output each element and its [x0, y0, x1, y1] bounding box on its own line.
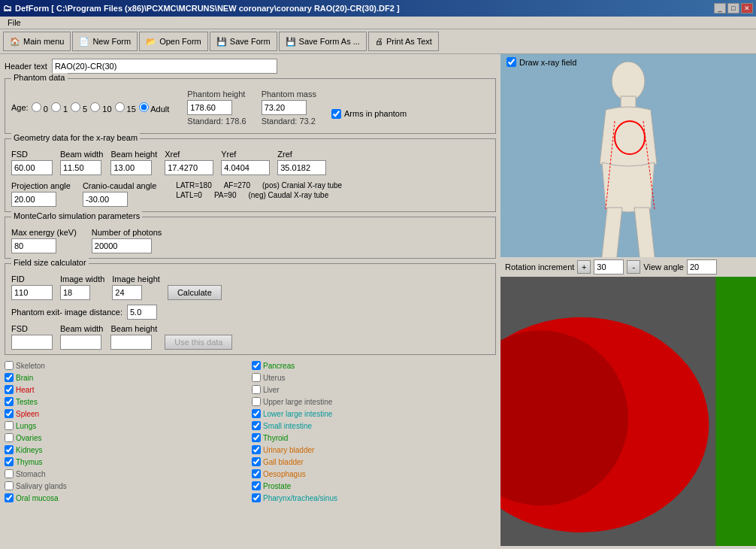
minimize-button[interactable]: _	[714, 3, 726, 14]
organ-checkbox[interactable]	[5, 433, 14, 442]
main-menu-button[interactable]: 🏠 Main menu	[3, 32, 71, 51]
organ-checkbox[interactable]	[252, 361, 261, 370]
fid-input[interactable]	[11, 285, 53, 300]
organ-row: Salivary glands	[5, 480, 249, 492]
age-10-radio[interactable]	[90, 102, 100, 112]
phantom-height-input[interactable]	[187, 100, 232, 115]
organ-checkbox[interactable]	[5, 397, 14, 406]
open-form-button[interactable]: 📂 Open Form	[139, 32, 208, 51]
geometry-title: Geometry data for the x-ray beam	[11, 133, 140, 142]
projection-angle-input[interactable]	[11, 192, 56, 207]
age-5-radio[interactable]	[71, 102, 80, 112]
rotation-increment-plus[interactable]: -	[627, 260, 640, 274]
zref-input[interactable]	[277, 160, 326, 175]
organ-checkbox[interactable]	[5, 373, 14, 382]
arms-in-phantom-checkbox[interactable]	[331, 109, 341, 119]
fsc-beam-height-input[interactable]	[110, 335, 152, 350]
view-angle-input[interactable]	[687, 259, 717, 274]
organ-checkbox[interactable]	[5, 481, 14, 490]
header-text-input[interactable]	[52, 59, 277, 74]
pa-label: PA=90	[214, 191, 237, 199]
new-form-button[interactable]: 📄 New Form	[72, 32, 138, 51]
title-bar: 🗂 DefForm [ C:\Program Files (x86)\PCXMC…	[0, 0, 756, 17]
organ-checkbox[interactable]	[5, 409, 14, 418]
save-icon: 💾	[216, 37, 227, 47]
organ-row: Skeleton	[5, 359, 249, 372]
image-width-input[interactable]	[60, 285, 90, 300]
save-as-icon: 💾	[286, 37, 296, 47]
save-form-button[interactable]: 💾 Save Form	[210, 32, 277, 51]
organ-checkbox[interactable]	[252, 433, 261, 442]
phantom-svg	[568, 59, 688, 257]
phantom-mass-input[interactable]	[262, 100, 307, 115]
fsd-input[interactable]	[11, 160, 53, 175]
organ-checkbox[interactable]	[252, 493, 261, 502]
draw-xray-field-checkbox[interactable]	[507, 57, 516, 67]
organ-checkbox[interactable]	[252, 481, 261, 490]
organ-checkbox[interactable]	[252, 397, 261, 406]
age-adult-label: Adult	[139, 102, 170, 114]
organ-checkbox[interactable]	[252, 421, 261, 430]
organ-checkbox[interactable]	[252, 445, 261, 454]
organ-checkbox[interactable]	[5, 457, 14, 466]
window-controls: _ □ ✕	[714, 3, 753, 14]
file-menu[interactable]: File	[3, 17, 26, 29]
rotation-increment-input[interactable]	[594, 259, 624, 274]
age-adult-radio[interactable]	[139, 102, 149, 112]
age-15-label: 15	[115, 102, 136, 114]
organ-checkbox[interactable]	[5, 385, 14, 394]
organ-row: Prostate	[252, 480, 496, 492]
save-form-as-button[interactable]: 💾 Save Form As ...	[279, 32, 367, 51]
fsd-label: FSD	[11, 150, 53, 159]
organ-row: Ovaries	[5, 432, 249, 444]
organ-checkbox[interactable]	[252, 385, 261, 394]
image-height-input[interactable]	[112, 285, 142, 300]
organ-row: Uterus	[252, 372, 496, 384]
beam-height-input[interactable]	[110, 160, 152, 175]
field-size-group: Field size calculator FID Image width Im…	[5, 263, 496, 355]
print-as-text-button[interactable]: 🖨 Print As Text	[368, 32, 439, 51]
use-this-data-button[interactable]: Use this data	[165, 335, 232, 350]
age-0-radio[interactable]	[32, 102, 41, 112]
fsc-fsd-input[interactable]	[11, 335, 53, 350]
rotation-bar: Rotation increment + - View angle	[500, 257, 756, 277]
svg-rect-8	[715, 277, 756, 546]
age-15-radio[interactable]	[115, 102, 125, 112]
organ-row: Pharynx/trachea/sinus	[252, 492, 496, 504]
organ-row: Thymus	[5, 456, 249, 468]
organ-row: Liver	[252, 384, 496, 396]
organ-checkbox[interactable]	[252, 409, 261, 418]
organ-checkbox[interactable]	[5, 469, 14, 478]
close-button[interactable]: ✕	[741, 3, 753, 14]
phantom-exit-input[interactable]	[127, 305, 157, 320]
organ-checkbox[interactable]	[5, 493, 14, 502]
organ-checkbox[interactable]	[252, 373, 261, 382]
yref-label: Yref	[221, 150, 270, 159]
num-photons-input[interactable]	[92, 238, 152, 253]
organ-checkbox[interactable]	[5, 361, 14, 370]
xref-input[interactable]	[165, 160, 213, 175]
organ-checkbox[interactable]	[5, 445, 14, 454]
rotation-increment-minus[interactable]: +	[577, 260, 591, 274]
calculate-button[interactable]: Calculate	[168, 285, 222, 300]
beam-width-input[interactable]	[60, 160, 101, 175]
organ-checkbox[interactable]	[252, 469, 261, 478]
organ-name: Uterus	[263, 374, 285, 382]
max-energy-input[interactable]	[11, 238, 56, 253]
organ-row: Stomach	[5, 468, 249, 480]
fsc-beam-width-input[interactable]	[60, 335, 101, 350]
age-1-radio[interactable]	[51, 102, 61, 112]
maximize-button[interactable]: □	[727, 3, 739, 14]
organ-checkbox[interactable]	[5, 421, 14, 430]
yref-input[interactable]	[221, 160, 270, 175]
organ-name: Upper large intestine	[263, 398, 332, 406]
organ-name: Ovaries	[16, 434, 41, 442]
3d-view: Draw x-ray field	[500, 54, 756, 257]
monte-carlo-title: MonteCarlo simulation parameters	[11, 211, 142, 220]
organ-checkbox[interactable]	[252, 457, 261, 466]
fsc-fsd-label: FSD	[11, 324, 53, 333]
cranio-caudal-input[interactable]	[83, 192, 128, 207]
projection-angle-col: Projection angle	[11, 181, 71, 207]
organs-section: SkeletonBrainHeartTestesSpleenLungsOvari…	[5, 359, 496, 504]
organ-name: Pharynx/trachea/sinus	[263, 494, 337, 502]
